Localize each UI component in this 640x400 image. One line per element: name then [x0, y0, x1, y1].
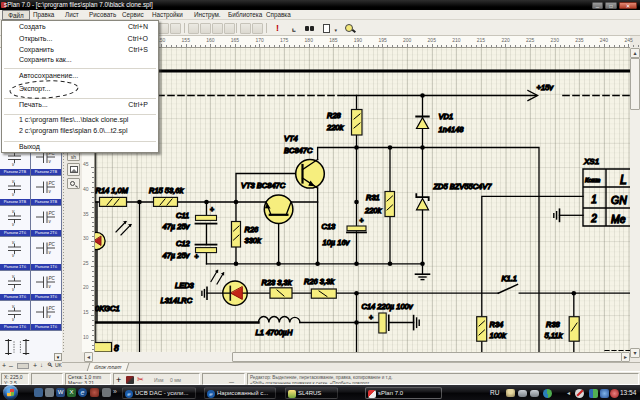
svg-text:ν: ν [12, 274, 15, 279]
svg-text:PC: PC [49, 306, 56, 311]
svg-text:ν: ν [49, 250, 52, 255]
svg-text:PC: PC [49, 211, 56, 216]
svg-text:ν: ν [12, 162, 15, 166]
svg-text:PC: PC [49, 181, 56, 186]
svg-text:ν: ν [49, 159, 52, 164]
svg-text:ν: ν [12, 240, 15, 245]
svg-text:ν: ν [12, 192, 15, 196]
svg-text:ν: ν [12, 179, 15, 184]
svg-text:ν: ν [12, 253, 15, 257]
svg-text:ν: ν [12, 304, 15, 309]
svg-text:PC: PC [49, 276, 56, 281]
svg-text:ν: ν [12, 317, 15, 321]
svg-text:ν: ν [49, 189, 52, 194]
svg-text:PC: PC [49, 242, 56, 247]
svg-text:ν: ν [12, 222, 15, 226]
svg-text:ν: ν [12, 209, 15, 214]
svg-text:ν: ν [49, 314, 52, 319]
svg-text:ν: ν [12, 287, 15, 291]
svg-text:ν: ν [49, 219, 52, 224]
svg-text:ν: ν [49, 284, 52, 289]
